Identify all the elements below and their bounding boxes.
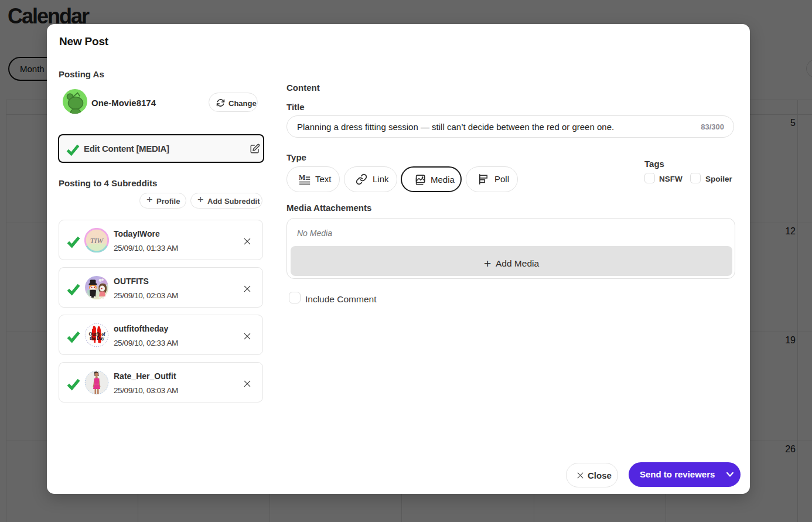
svg-text:M: M: [299, 173, 305, 182]
svg-text:TIW: TIW: [90, 236, 104, 245]
svg-text:the Day: the Day: [90, 336, 104, 341]
